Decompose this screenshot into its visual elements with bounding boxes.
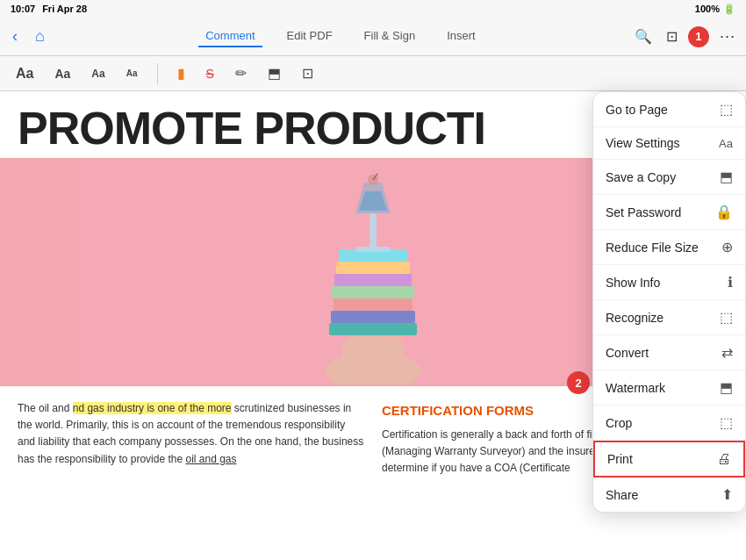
stamp-tool-button[interactable]: ⬒ (262, 61, 286, 85)
more-button[interactable]: 1 (688, 26, 709, 47)
svg-rect-3 (329, 323, 417, 335)
search-button[interactable]: 🔍 (631, 25, 656, 48)
menu-convert-label: Convert (606, 346, 721, 360)
menu-item-viewsettings[interactable]: View Settings Aa (593, 127, 745, 160)
menu-savecopy-label: Save a Copy (606, 170, 720, 184)
menu-print-label: Print (607, 452, 717, 466)
dropdown-menu: Go to Page ⬚ View Settings Aa Save a Cop… (592, 91, 746, 513)
svg-rect-7 (334, 274, 412, 286)
home-button[interactable]: ⌂ (30, 24, 50, 49)
recognize-icon: ⬚ (720, 309, 733, 326)
tab-comment[interactable]: Comment (198, 25, 262, 47)
svg-rect-4 (331, 311, 415, 323)
text-large-button[interactable]: Aa (11, 62, 39, 85)
menu-item-savecopy[interactable]: Save a Copy ⬒ (593, 160, 745, 195)
annotation-bar: Aa Aa Aa Aa ▮ S ✏ ⬒ ⊡ (0, 56, 746, 91)
dots-button[interactable]: ··· (716, 24, 739, 49)
highlight-tool-button[interactable]: ▮ (172, 61, 190, 85)
menu-item-goto[interactable]: Go to Page ⬚ (593, 92, 745, 127)
main-content: PROMOTE PRODUCTI (0, 91, 746, 560)
menu-item-setpassword[interactable]: Set Password 🔒 (593, 195, 745, 230)
svg-rect-5 (334, 298, 412, 311)
tab-fillsign[interactable]: Fill & Sign (357, 25, 423, 47)
menu-reducefilesize-label: Reduce File Size (606, 241, 721, 255)
menu-recognize-label: Recognize (606, 311, 720, 325)
pdf-left-column: The oil and nd gas industry is one of th… (18, 400, 364, 477)
watermark-icon: ⬒ (720, 379, 733, 396)
menu-item-crop[interactable]: Crop ⬚ (593, 406, 745, 441)
savecopy-icon: ⬒ (720, 169, 733, 185)
underlined-text: oil and gas (185, 453, 236, 465)
reducefilesize-icon: ⊕ (721, 239, 733, 255)
print-icon: 🖨 (717, 451, 731, 467)
battery-icon: 🔋 (723, 4, 735, 15)
menu-item-recognize[interactable]: Recognize ⬚ (593, 300, 745, 335)
text-small-button[interactable]: Aa (86, 64, 110, 83)
pdf-illustration (79, 161, 667, 384)
menu-share-label: Share (606, 488, 721, 502)
back-button[interactable]: ‹ (7, 24, 23, 49)
viewsettings-icon: Aa (719, 137, 733, 150)
showinfo-icon: ℹ (728, 274, 733, 291)
menu-setpassword-label: Set Password (606, 205, 715, 219)
menu-item-share[interactable]: Share ⬆ (593, 477, 745, 512)
menu-showinfo-label: Show Info (606, 276, 728, 290)
tab-editpdf[interactable]: Edit PDF (280, 25, 340, 47)
goto-icon: ⬚ (720, 101, 733, 118)
strikethrough-tool-button[interactable]: S (201, 63, 219, 84)
text-xsmall-button[interactable]: Aa (121, 65, 143, 82)
status-bar: 10:07 Fri Apr 28 100% 🔋 (0, 0, 746, 18)
svg-rect-6 (332, 286, 414, 298)
crop-icon: ⬚ (720, 414, 733, 431)
menu-item-watermark[interactable]: Watermark ⬒ (593, 370, 745, 406)
status-time: 10:07 (11, 4, 35, 14)
highlighted-text: nd gas industry is one of the more (73, 402, 232, 414)
callout-badge-2: 2 (567, 371, 590, 394)
menu-item-convert[interactable]: Convert ⇄ (593, 335, 745, 370)
svg-rect-2 (342, 336, 404, 376)
toolbar-actions: 🔍 ⊡ 1 ··· (631, 24, 739, 49)
more-tools-button[interactable]: ⊡ (297, 61, 319, 85)
share-icon: ⬆ (721, 486, 733, 503)
status-day: Fri Apr 28 (42, 4, 87, 14)
setpassword-icon: 🔒 (715, 204, 733, 220)
main-toolbar: ‹ ⌂ Comment Edit PDF Fill & Sign Insert … (0, 18, 746, 56)
menu-item-print[interactable]: Print 🖨 (593, 441, 745, 477)
menu-goto-label: Go to Page (606, 103, 720, 117)
menu-item-showinfo[interactable]: Show Info ℹ (593, 265, 745, 300)
tab-insert[interactable]: Insert (440, 25, 483, 47)
svg-rect-8 (336, 262, 410, 274)
text-medium-button[interactable]: Aa (49, 63, 75, 84)
svg-rect-10 (369, 213, 377, 248)
toolbar-tabs: Comment Edit PDF Fill & Sign Insert (54, 25, 628, 47)
status-battery: 100% (695, 4, 720, 14)
convert-icon: ⇄ (721, 344, 733, 361)
pencil-tool-button[interactable]: ✏ (230, 61, 252, 85)
menu-watermark-label: Watermark (606, 381, 720, 395)
svg-rect-11 (355, 247, 391, 252)
menu-viewsettings-label: View Settings (606, 136, 719, 150)
nav-buttons: ‹ ⌂ (7, 24, 50, 49)
menu-item-reducefilesize[interactable]: Reduce File Size ⊕ (593, 230, 745, 265)
menu-crop-label: Crop (606, 416, 720, 430)
share-button[interactable]: ⊡ (663, 25, 681, 48)
